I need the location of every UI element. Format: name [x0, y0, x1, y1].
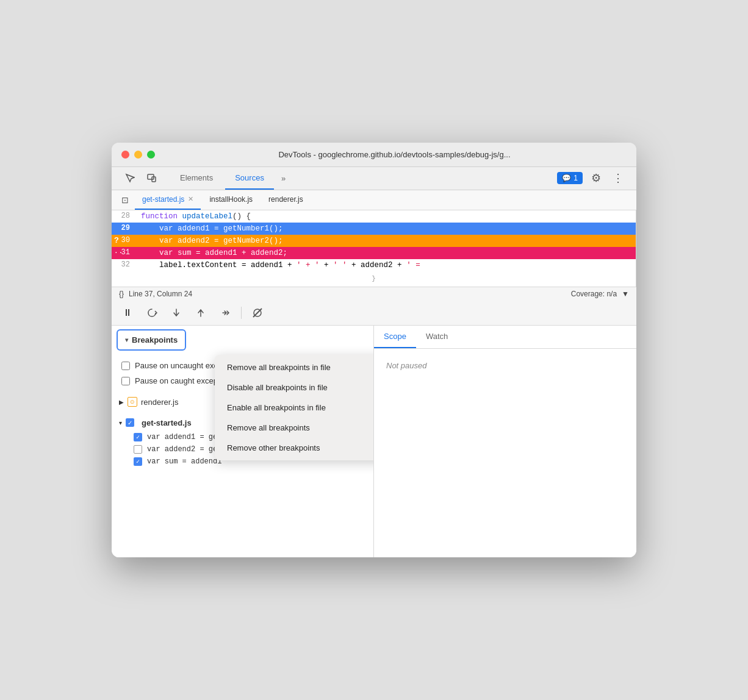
bp-checkbox-1[interactable]: ✓ — [134, 433, 142, 441]
window-title: DevTools - googlechrome.github.io/devtoo… — [162, 150, 627, 159]
tab-watch[interactable]: Watch — [416, 326, 458, 348]
context-menu-item-3[interactable]: Enable all breakpoints in file — [215, 398, 374, 418]
tab-elements[interactable]: Elements — [170, 167, 223, 190]
scope-content: Not paused — [374, 349, 636, 382]
notification-count: 1 — [574, 174, 578, 182]
file-tab-renderer[interactable]: renderer.js — [261, 190, 311, 210]
bottom-area: ▾ Breakpoints Pause on uncaught exceptio… — [112, 326, 636, 557]
coverage-info: Coverage: n/a — [571, 290, 617, 298]
get-started-filename: get-started.js — [142, 418, 192, 427]
get-started-arrow: ▾ — [119, 420, 122, 426]
title-bar: DevTools - googlechrome.github.io/devtoo… — [112, 143, 636, 167]
file-tabs: ⊡ get-started.js ✕ installHook.js render… — [112, 190, 636, 210]
status-bar-right: Coverage: n/a ▼ — [571, 290, 629, 298]
code-line-30: ? 30 var addend2 = getNumber2(); — [112, 235, 636, 247]
scope-panel: Scope Watch Not paused — [374, 326, 636, 557]
step-over-button[interactable] — [143, 304, 160, 321]
question-mark-icon: ? — [114, 234, 119, 247]
inspect-icon[interactable] — [121, 170, 138, 187]
position-info: Line 37, Column 24 — [129, 290, 192, 298]
close-button[interactable] — [121, 151, 129, 159]
code-ellipsis: } — [112, 271, 636, 287]
line-content-32: label.textContent = addend1 + ' + ' + ' … — [136, 259, 420, 271]
context-menu-item-2[interactable]: Disable all breakpoints in file — [215, 377, 374, 398]
file-tab-installhook[interactable]: installHook.js — [202, 190, 260, 210]
file-panel-toggle[interactable]: ⊡ — [117, 190, 134, 210]
debugger-toolbar: ⏸ — [112, 301, 636, 326]
tab-bar-icons — [121, 170, 160, 187]
format-icon[interactable]: {} — [119, 290, 124, 298]
renderer-arrow: ▶ — [119, 399, 124, 405]
pause-button[interactable]: ⏸ — [119, 304, 136, 321]
get-started-checkbox[interactable]: ✓ — [126, 418, 134, 427]
code-content: 28 function updateLabel() { 29 var adden… — [112, 210, 636, 287]
svg-line-2 — [253, 309, 262, 317]
line-content-29: var addend1 = getNumber1(); — [136, 223, 283, 235]
settings-button[interactable]: ⚙ — [588, 170, 605, 187]
step-into-button[interactable] — [168, 304, 185, 321]
status-bar-left: {} Line 37, Column 24 — [119, 290, 192, 298]
line-content-30: var addend2 = getNumber2(); — [136, 235, 283, 247]
bp-checkbox-2[interactable] — [134, 445, 142, 454]
maximize-button[interactable] — [147, 151, 155, 159]
pause-caught-checkbox[interactable] — [121, 377, 130, 385]
dots-icon: ·· — [114, 248, 123, 259]
breakpoints-panel: ▾ Breakpoints Pause on uncaught exceptio… — [112, 326, 374, 557]
device-icon[interactable] — [143, 170, 160, 187]
file-tab-label: get-started.js — [142, 195, 184, 204]
notification-icon: 💬 — [562, 174, 571, 182]
code-line-28: 28 function updateLabel() { — [112, 210, 636, 223]
code-line-31: ·· 31 var sum = addend1 + addend2; — [112, 247, 636, 259]
scope-tabs: Scope Watch — [374, 326, 636, 349]
context-menu: Remove all breakpoints in file Disable a… — [215, 355, 374, 460]
context-menu-item-4[interactable]: Remove all breakpoints — [215, 418, 374, 438]
line-content-31: var sum = addend1 + addend2; — [136, 247, 287, 259]
breakpoints-header[interactable]: ▾ Breakpoints — [117, 329, 186, 351]
file-section-get-started: ▾ ✓ get-started.js ▾ ✓ var addend1 = get… — [112, 412, 373, 473]
more-button[interactable]: ⋮ — [610, 170, 627, 187]
context-menu-item-5[interactable]: Remove other breakpoints — [215, 438, 374, 458]
file-tab-close[interactable]: ✕ — [188, 195, 193, 203]
main-tab-bar: Elements Sources » 💬 1 ⚙ ⋮ — [112, 167, 636, 190]
bp-code-2: var addend2 = get — [147, 445, 221, 454]
file-tab-label: installHook.js — [209, 195, 253, 204]
bp-checkbox-3[interactable]: ✓ — [134, 457, 142, 466]
tab-scope[interactable]: Scope — [374, 326, 416, 348]
bp-code-1: var addend1 = get — [147, 433, 221, 441]
pause-uncaught-checkbox[interactable] — [121, 362, 130, 370]
context-menu-item-1[interactable]: Remove all breakpoints in file — [215, 357, 374, 377]
code-line-32: 32 label.textContent = addend1 + ' + ' +… — [112, 259, 636, 271]
line-number-32: 32 — [112, 259, 136, 271]
code-line-29: 29 var addend1 = getNumber1(); — [112, 223, 636, 235]
renderer-filename: renderer.js — [141, 398, 178, 407]
breakpoints-arrow: ▾ — [125, 337, 128, 343]
toolbar-separator — [241, 307, 242, 319]
bp-code-3: var sum = addend1 — [147, 457, 221, 466]
step-button[interactable] — [217, 304, 234, 321]
code-editor: 28 function updateLabel() { 29 var adden… — [112, 210, 636, 287]
traffic-lights — [121, 151, 155, 159]
tab-bar-right: 💬 1 ⚙ ⋮ — [557, 170, 627, 187]
status-bar: {} Line 37, Column 24 Coverage: n/a ▼ — [112, 287, 636, 301]
line-number-28: 28 — [112, 210, 136, 222]
coverage-toggle[interactable]: ▼ — [622, 290, 629, 298]
line-number-29: 29 — [112, 223, 136, 234]
notification-badge[interactable]: 💬 1 — [557, 172, 583, 184]
line-content-28: function updateLabel() { — [136, 210, 251, 223]
step-out-button[interactable] — [192, 304, 209, 321]
minimize-button[interactable] — [134, 151, 142, 159]
tab-more[interactable]: » — [276, 168, 290, 189]
tab-sources[interactable]: Sources — [225, 167, 274, 190]
file-tab-label: renderer.js — [268, 195, 303, 204]
breakpoints-label: Breakpoints — [132, 335, 178, 345]
devtools-window: DevTools - googlechrome.github.io/devtoo… — [112, 143, 636, 558]
deactivate-button[interactable] — [249, 304, 266, 321]
renderer-file-icon: ⊙ — [128, 397, 137, 407]
file-tab-get-started[interactable]: get-started.js ✕ — [135, 190, 201, 210]
